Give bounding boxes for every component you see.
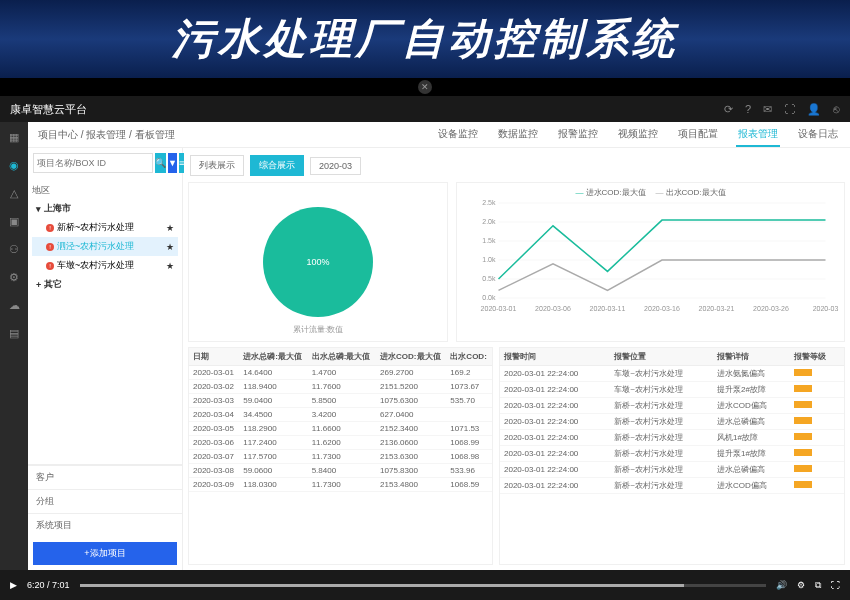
user-icon[interactable]: 👤	[807, 103, 821, 116]
search-row: 🔍 ▼ ≡	[28, 148, 182, 178]
table-row[interactable]: 2020-03-01 22:24:00新桥~农村污水处理风机1#故障	[500, 430, 844, 446]
tab-5[interactable]: 报表管理	[736, 123, 780, 147]
svg-text:2.5k: 2.5k	[482, 199, 496, 206]
date-picker[interactable]: 2020-03	[310, 157, 361, 175]
legend-series-1: 进水COD:最大值	[576, 187, 646, 198]
banner: 污水处理厂自动控制系统	[0, 0, 850, 78]
svg-text:0.0k: 0.0k	[482, 294, 496, 301]
topbar-actions: ⟳ ? ✉ ⛶ 👤 ⎋	[724, 103, 840, 116]
svg-text:2020-03-26: 2020-03-26	[753, 305, 789, 312]
table-row[interactable]: 2020-03-0859.06005.84001075.8300533.96	[189, 464, 492, 478]
table-row[interactable]: 2020-03-0434.45003.4200627.0400	[189, 408, 492, 422]
data-th: 进水COD:最大值	[376, 348, 446, 366]
svg-text:2020-03-06: 2020-03-06	[535, 305, 571, 312]
nav-camera-icon[interactable]: ▣	[7, 214, 21, 228]
progress-bar[interactable]	[80, 584, 766, 587]
svg-text:1.5k: 1.5k	[482, 237, 496, 244]
alarm-th: 报警时间	[500, 348, 610, 366]
tree-site-1[interactable]: !泗泾~农村污水处理★	[32, 237, 178, 256]
section-sys[interactable]: 系统项目	[28, 513, 182, 537]
refresh-icon[interactable]: ⟳	[724, 103, 733, 116]
play-icon[interactable]: ▶	[10, 580, 17, 590]
line-chart-svg: 2020-03-012020-03-062020-03-112020-03-16…	[461, 198, 840, 313]
tree-site-0[interactable]: !新桥~农村污水处理★	[32, 218, 178, 237]
line-chart: 进水COD:最大值 出水COD:最大值 2020-03-012020-03-06…	[456, 182, 845, 342]
view-list-button[interactable]: 列表展示	[190, 155, 244, 176]
table-row[interactable]: 2020-03-01 22:24:00车墩~农村污水处理提升泵2#故障	[500, 382, 844, 398]
close-icon[interactable]: ✕	[418, 80, 432, 94]
data-th: 进水总磷:最大值	[239, 348, 307, 366]
settings-icon[interactable]: ⚙	[797, 580, 805, 590]
table-row[interactable]: 2020-03-07117.570011.73002153.63001068.9…	[189, 450, 492, 464]
data-table: 日期进水总磷:最大值出水总磷:最大值进水COD:最大值出水COD:2020-03…	[188, 347, 493, 565]
table-row[interactable]: 2020-03-05118.290011.66002152.34001071.5…	[189, 422, 492, 436]
tab-3[interactable]: 视频监控	[616, 123, 660, 147]
svg-text:2020-03-01: 2020-03-01	[481, 305, 517, 312]
main: ▦ ◉ △ ▣ ⚇ ⚙ ☁ ▤ 项目中心 / 报表管理 / 看板管理 设备监控数…	[0, 122, 850, 570]
table-row[interactable]: 2020-03-01 22:24:00车墩~农村污水处理进水氨氮偏高	[500, 366, 844, 382]
nav-user-icon[interactable]: ⚇	[7, 242, 21, 256]
add-project-button[interactable]: +添加项目	[33, 542, 177, 565]
tab-1[interactable]: 数据监控	[496, 123, 540, 147]
section-customer[interactable]: 客户	[28, 465, 182, 489]
svg-text:2020-03-11: 2020-03-11	[590, 305, 626, 312]
tab-2[interactable]: 报警监控	[556, 123, 600, 147]
fullscreen-player-icon[interactable]: ⛶	[831, 580, 840, 590]
help-icon[interactable]: ?	[745, 103, 751, 115]
section-group[interactable]: 分组	[28, 489, 182, 513]
nav-cloud-icon[interactable]: ☁	[7, 298, 21, 312]
table-row[interactable]: 2020-03-01 22:24:00新桥~农村污水处理进水COD偏高	[500, 398, 844, 414]
table-row[interactable]: 2020-03-01 22:24:00新桥~农村污水处理进水总磷偏高	[500, 414, 844, 430]
alarm-th: 报警位置	[610, 348, 713, 366]
tab-4[interactable]: 项目配置	[676, 123, 720, 147]
pie-caption: 累计流量:数值	[293, 324, 343, 335]
tree-site-2[interactable]: !车墩~农村污水处理★	[32, 256, 178, 275]
view-combine-button[interactable]: 综合展示	[250, 155, 304, 176]
fullscreen-icon[interactable]: ⛶	[784, 103, 795, 115]
content: 项目中心 / 报表管理 / 看板管理 设备监控数据监控报警监控视频监控项目配置报…	[28, 122, 850, 570]
table-row[interactable]: 2020-03-06117.240011.62002136.06001068.9…	[189, 436, 492, 450]
svg-text:2020-03-16: 2020-03-16	[644, 305, 680, 312]
nav-alert-icon[interactable]: △	[7, 186, 21, 200]
volume-icon[interactable]: 🔊	[776, 580, 787, 590]
breadcrumb-row: 项目中心 / 报表管理 / 看板管理 设备监控数据监控报警监控视频监控项目配置报…	[28, 122, 850, 148]
tab-0[interactable]: 设备监控	[436, 123, 480, 147]
tables-row: 日期进水总磷:最大值出水总磷:最大值进水COD:最大值出水COD:2020-03…	[188, 347, 845, 565]
mail-icon[interactable]: ✉	[763, 103, 772, 116]
table-row[interactable]: 2020-03-09118.030011.73002153.48001068.5…	[189, 478, 492, 492]
tree-other[interactable]: + 其它	[32, 275, 178, 294]
table-row[interactable]: 2020-03-0359.04005.85001075.6300535.70	[189, 394, 492, 408]
tree-region[interactable]: ▾ 上海市	[32, 199, 178, 218]
tree: 地区 ▾ 上海市 !新桥~农村污水处理★!泗泾~农村污水处理★!车墩~农村污水处…	[28, 178, 182, 464]
data-th: 出水COD:	[446, 348, 492, 366]
alarm-table: 报警时间报警位置报警详情报警等级2020-03-01 22:24:00车墩~农村…	[499, 347, 845, 565]
table-row[interactable]: 2020-03-01 22:24:00新桥~农村污水处理提升泵1#故障	[500, 446, 844, 462]
pip-icon[interactable]: ⧉	[815, 580, 821, 591]
data-th: 出水总磷:最大值	[308, 348, 376, 366]
table-row[interactable]: 2020-03-02118.940011.76002151.52001073.6…	[189, 380, 492, 394]
search-input[interactable]	[33, 153, 153, 173]
tabs: 设备监控数据监控报警监控视频监控项目配置报表管理设备日志	[436, 123, 840, 147]
alarm-th: 报警等级	[790, 348, 844, 366]
banner-title: 污水处理厂自动控制系统	[172, 11, 678, 67]
nav-settings-icon[interactable]: ⚙	[7, 270, 21, 284]
topbar: 康卓智慧云平台 ⟳ ? ✉ ⛶ 👤 ⎋	[0, 96, 850, 122]
legend-series-2: 出水COD:最大值	[656, 187, 726, 198]
data-th: 日期	[189, 348, 239, 366]
nav-report-icon[interactable]: ▤	[7, 326, 21, 340]
table-row[interactable]: 2020-03-01 22:24:00新桥~农村污水处理进水总磷偏高	[500, 462, 844, 478]
table-row[interactable]: 2020-03-01 22:24:00新桥~农村污水处理进水COD偏高	[500, 478, 844, 494]
logout-icon[interactable]: ⎋	[833, 103, 840, 115]
svg-text:2020-03-21: 2020-03-21	[699, 305, 735, 312]
nav-monitor-icon[interactable]: ◉	[7, 158, 21, 172]
table-row[interactable]: 2020-03-0114.64001.4700269.2700169.2	[189, 366, 492, 380]
svg-text:1.0k: 1.0k	[482, 256, 496, 263]
alarm-table-el: 报警时间报警位置报警详情报警等级2020-03-01 22:24:00车墩~农村…	[500, 348, 844, 494]
pie-chart: 100% 累计流量:数值	[188, 182, 448, 342]
tab-6[interactable]: 设备日志	[796, 123, 840, 147]
filter-button[interactable]: ▼	[168, 153, 177, 173]
nav-home-icon[interactable]: ▦	[7, 130, 21, 144]
sidebar: ▦ ◉ △ ▣ ⚇ ⚙ ☁ ▤	[0, 122, 28, 570]
search-button[interactable]: 🔍	[155, 153, 166, 173]
platform-name: 康卓智慧云平台	[10, 102, 87, 117]
